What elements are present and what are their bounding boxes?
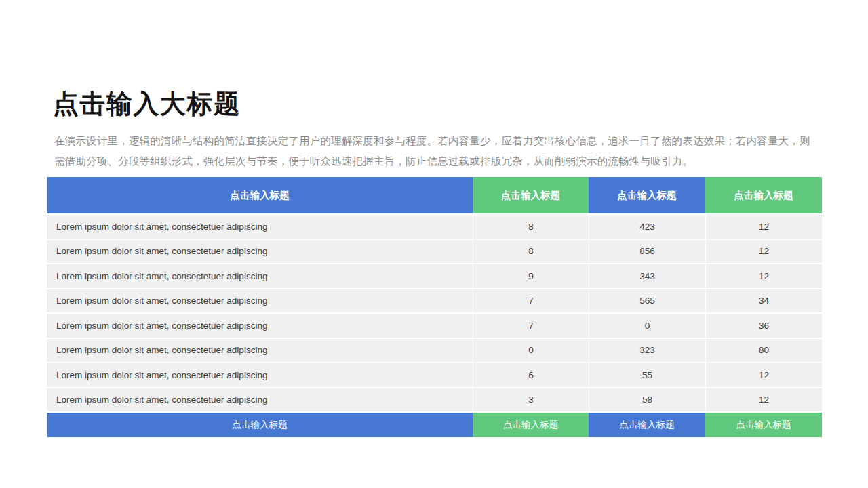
table-footer-row: 点击输入标题 点击输入标题 点击输入标题 点击输入标题 xyxy=(47,413,822,437)
table-row: Lorem ipsum dolor sit amet, consectetuer… xyxy=(47,264,822,289)
table-footer-cell[interactable]: 点击输入标题 xyxy=(47,413,473,437)
row-value-cell: 856 xyxy=(589,240,705,265)
table-header-cell[interactable]: 点击输入标题 xyxy=(473,177,589,215)
row-value-cell: 0 xyxy=(589,314,705,339)
table-footer-cell[interactable]: 点击输入标题 xyxy=(589,413,705,437)
row-value-cell: 12 xyxy=(705,388,822,413)
row-value-cell: 423 xyxy=(589,215,705,240)
table-row: Lorem ipsum dolor sit amet, consectetuer… xyxy=(47,240,822,265)
row-label-cell: Lorem ipsum dolor sit amet, consectetuer… xyxy=(47,289,473,314)
row-value-cell: 12 xyxy=(705,363,822,388)
row-value-cell: 7 xyxy=(473,314,589,339)
row-value-cell: 58 xyxy=(589,388,705,413)
row-value-cell: 12 xyxy=(705,215,822,240)
row-value-cell: 55 xyxy=(589,363,705,388)
data-table: 点击输入标题 点击输入标题 点击输入标题 点击输入标题 Lorem ipsum … xyxy=(47,177,822,437)
row-label-cell: Lorem ipsum dolor sit amet, consectetuer… xyxy=(47,314,473,339)
table-header-cell[interactable]: 点击输入标题 xyxy=(589,177,705,215)
row-label-cell: Lorem ipsum dolor sit amet, consectetuer… xyxy=(47,215,473,240)
table-row: Lorem ipsum dolor sit amet, consectetuer… xyxy=(47,215,822,240)
table-row: Lorem ipsum dolor sit amet, consectetuer… xyxy=(47,314,822,339)
slide-title[interactable]: 点击输入大标题 xyxy=(53,87,241,121)
table-header-row: 点击输入标题 点击输入标题 点击输入标题 点击输入标题 xyxy=(47,177,822,215)
row-value-cell: 323 xyxy=(589,339,705,364)
row-label-cell: Lorem ipsum dolor sit amet, consectetuer… xyxy=(47,264,473,289)
row-value-cell: 8 xyxy=(473,215,589,240)
row-value-cell: 7 xyxy=(473,289,589,314)
row-label-cell: Lorem ipsum dolor sit amet, consectetuer… xyxy=(47,388,473,413)
row-value-cell: 12 xyxy=(705,240,822,265)
row-value-cell: 36 xyxy=(705,314,822,339)
row-value-cell: 12 xyxy=(705,264,822,289)
row-value-cell: 80 xyxy=(705,339,822,364)
data-table-container: 点击输入标题 点击输入标题 点击输入标题 点击输入标题 Lorem ipsum … xyxy=(47,177,822,437)
row-value-cell: 34 xyxy=(705,289,822,314)
row-value-cell: 0 xyxy=(473,339,589,364)
table-row: Lorem ipsum dolor sit amet, consectetuer… xyxy=(47,388,822,413)
table-footer-cell[interactable]: 点击输入标题 xyxy=(705,413,822,437)
row-value-cell: 8 xyxy=(473,240,589,265)
slide-body-paragraph: 在演示设计里，逻辑的清晰与结构的简洁直接决定了用户的理解深度和参与程度。若内容量… xyxy=(54,131,818,171)
row-value-cell: 3 xyxy=(473,388,589,413)
row-label-cell: Lorem ipsum dolor sit amet, consectetuer… xyxy=(47,339,473,364)
table-header-cell[interactable]: 点击输入标题 xyxy=(47,177,473,215)
table-row: Lorem ipsum dolor sit amet, consectetuer… xyxy=(47,363,822,388)
table-row: Lorem ipsum dolor sit amet, consectetuer… xyxy=(47,289,822,314)
row-value-cell: 9 xyxy=(473,264,589,289)
row-value-cell: 565 xyxy=(589,289,705,314)
table-header-cell[interactable]: 点击输入标题 xyxy=(705,177,822,215)
row-value-cell: 343 xyxy=(589,264,705,289)
row-label-cell: Lorem ipsum dolor sit amet, consectetuer… xyxy=(47,240,473,265)
table-footer-cell[interactable]: 点击输入标题 xyxy=(473,413,589,437)
table-row: Lorem ipsum dolor sit amet, consectetuer… xyxy=(47,339,822,364)
row-label-cell: Lorem ipsum dolor sit amet, consectetuer… xyxy=(47,363,473,388)
row-value-cell: 6 xyxy=(473,363,589,388)
